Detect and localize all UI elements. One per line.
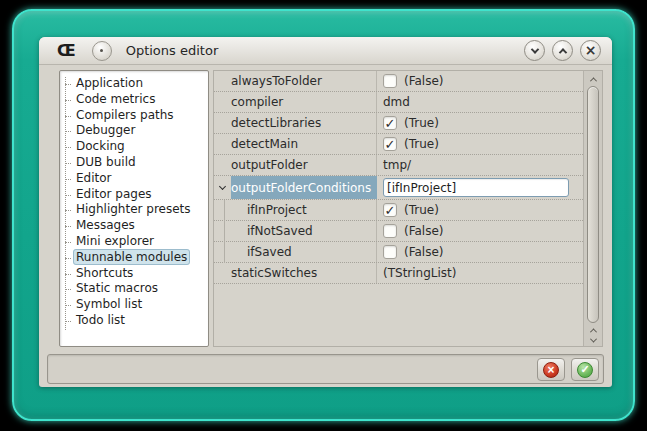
cancel-button[interactable]: × [537,358,565,381]
sidebar-item-static-macros[interactable]: Static macros [60,281,208,297]
property-name: detectMain [231,134,377,154]
expand-gutter [214,92,231,112]
sidebar-item-messages[interactable]: Messages [60,218,208,234]
property-row-detectLibraries[interactable]: detectLibraries ✓ (True) [214,113,583,134]
options-editor-window: Œ Options editor × Application Code metr… [39,37,612,387]
expand-gutter [214,200,231,220]
property-row-ifNotSaved[interactable]: ifNotSaved (False) [214,221,583,242]
sidebar-item-docking[interactable]: Docking [60,139,208,155]
expand-gutter [214,134,231,154]
sidebar-item-symbol-list[interactable]: Symbol list [60,297,208,313]
scroll-down-button[interactable] [584,334,602,346]
checkbox-unchecked-icon[interactable] [383,245,397,259]
collapse-chevron-icon [219,183,226,190]
property-value: (False) [377,242,583,262]
property-row-detectMain[interactable]: detectMain ✓ (True) [214,134,583,155]
chevron-up-icon [558,48,566,56]
sidebar-item-shortcuts[interactable]: Shortcuts [60,266,208,282]
sidebar-item-dub-build[interactable]: DUB build [60,155,208,171]
sidebar-item-runnable-modules[interactable]: Runnable modules [60,250,208,266]
vertical-scrollbar[interactable] [583,71,602,346]
property-row-alwaysToFolder[interactable]: alwaysToFolder (False) [214,71,583,92]
value-text: tmp/ [383,158,411,172]
property-value: ✓ (True) [377,134,583,154]
sidebar-item-application[interactable]: Application [60,76,208,92]
chevron-down-icon [589,335,596,342]
expand-gutter [214,242,231,262]
property-row-ifSaved[interactable]: ifSaved (False) [214,242,583,263]
value-editor-input[interactable] [383,178,569,197]
sidebar-item-mini-explorer[interactable]: Mini explorer [60,234,208,250]
property-name: detectLibraries [231,113,377,133]
property-value [377,176,583,199]
property-name: ifInProject [231,200,377,220]
property-name: staticSwitches [231,263,377,283]
expand-gutter [214,263,231,283]
property-row-compiler[interactable]: compiler dmd [214,92,583,113]
chevron-down-icon [530,45,538,53]
property-name: compiler [231,92,377,112]
scrollbar-thumb[interactable] [587,86,599,323]
maximize-button[interactable] [552,40,573,61]
close-button[interactable]: × [580,40,601,61]
chevron-up-icon [589,77,596,84]
sidebar-item-editor[interactable]: Editor [60,171,208,187]
menu-dot-icon [100,49,103,52]
property-name: ifNotSaved [231,221,377,241]
expand-gutter [214,71,231,91]
scroll-up-button[interactable] [584,73,602,85]
app-icon: Œ [57,43,76,59]
property-value: ✓ (True) [377,113,583,133]
value-text: (TStringList) [383,266,456,280]
property-name: ifSaved [231,242,377,262]
property-name: outputFolderConditions [231,176,377,199]
window-menu-button[interactable] [92,41,112,61]
property-value: (TStringList) [377,263,583,283]
property-row-staticSwitches[interactable]: staticSwitches (TStringList) [214,263,583,284]
property-name: outputFolder [231,155,377,175]
checkbox-checked-icon[interactable]: ✓ [383,137,397,151]
expand-gutter [214,221,231,241]
minimize-button[interactable] [524,40,545,61]
window-title: Options editor [126,43,219,58]
category-list[interactable]: Application Code metrics Compilers paths… [59,70,209,347]
value-text: (True) [404,203,439,217]
sidebar-item-todo-list[interactable]: Todo list [60,313,208,329]
property-row-outputFolderConditions[interactable]: outputFolderConditions [214,176,583,200]
property-row-outputFolder[interactable]: outputFolder tmp/ [214,155,583,176]
close-icon: × [585,43,597,57]
property-value: (False) [377,221,583,241]
description-panel: × ✓ [47,354,604,384]
value-text: (False) [404,74,444,88]
property-value: ✓ (True) [377,200,583,220]
value-text: dmd [383,95,410,109]
property-value: dmd [377,92,583,112]
accept-icon: ✓ [577,362,593,378]
sidebar-item-code-metrics[interactable]: Code metrics [60,92,208,108]
value-text: (True) [404,137,439,151]
checkbox-unchecked-icon[interactable] [383,74,397,88]
checkbox-checked-icon[interactable]: ✓ [383,116,397,130]
checkbox-unchecked-icon[interactable] [383,224,397,238]
value-text: (False) [404,245,444,259]
checkbox-checked-icon[interactable]: ✓ [383,203,397,217]
expand-gutter [214,113,231,133]
cancel-icon: × [543,362,559,378]
sidebar-item-highlighter-presets[interactable]: Highlighter presets [60,202,208,218]
property-row-ifInProject[interactable]: ifInProject ✓ (True) [214,200,583,221]
property-grid: alwaysToFolder (False) compiler dmd det [213,70,603,347]
sidebar-item-editor-pages[interactable]: Editor pages [60,187,208,203]
expand-gutter [214,155,231,175]
expand-gutter[interactable] [214,176,231,199]
property-value: (False) [377,71,583,91]
titlebar[interactable]: Œ Options editor × [39,37,612,65]
window-frame: Œ Options editor × Application Code metr… [12,9,635,421]
value-text: (True) [404,116,439,130]
sidebar-item-debugger[interactable]: Debugger [60,123,208,139]
value-text: (False) [404,224,444,238]
sidebar-item-compilers-paths[interactable]: Compilers paths [60,108,208,124]
accept-button[interactable]: ✓ [571,358,599,381]
property-value: tmp/ [377,155,583,175]
property-name: alwaysToFolder [231,71,377,91]
